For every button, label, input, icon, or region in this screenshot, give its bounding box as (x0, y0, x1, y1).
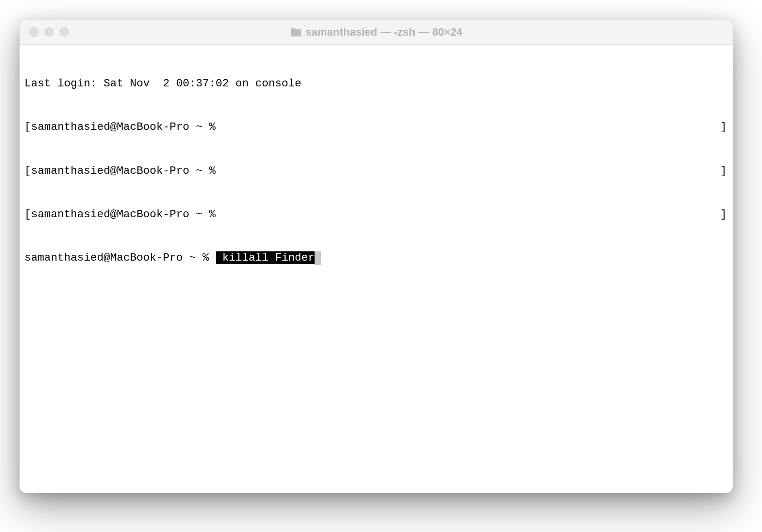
minimize-button[interactable] (44, 27, 54, 37)
terminal-current-line: samanthasied@MacBook-Pro ~ % killall Fin… (24, 251, 728, 266)
titlebar[interactable]: samanthasied — -zsh — 80×24 (20, 20, 733, 45)
cursor (315, 251, 321, 265)
window-title: samanthasied — -zsh — 80×24 (20, 26, 733, 39)
terminal-prompt-line: samanthasied@MacBook-Pro ~ % ] (24, 207, 728, 222)
terminal-prompt-line: samanthasied@MacBook-Pro ~ % ] (24, 164, 728, 179)
terminal-command-highlighted: killall Finder (216, 251, 315, 264)
terminal-window: samanthasied — -zsh — 80×24 Last login: … (20, 20, 733, 493)
maximize-button[interactable] (60, 27, 69, 37)
terminal-prompt: samanthasied@MacBook-Pro ~ % (24, 251, 216, 264)
folder-icon (290, 27, 302, 37)
terminal-prompt-line: samanthasied@MacBook-Pro ~ % ] (24, 120, 728, 135)
terminal-last-login: Last login: Sat Nov 2 00:37:02 on consol… (24, 77, 728, 91)
traffic-lights (20, 27, 69, 37)
terminal-content[interactable]: Last login: Sat Nov 2 00:37:02 on consol… (20, 45, 733, 493)
window-title-text: samanthasied — -zsh — 80×24 (306, 26, 463, 39)
close-button[interactable] (29, 27, 39, 37)
